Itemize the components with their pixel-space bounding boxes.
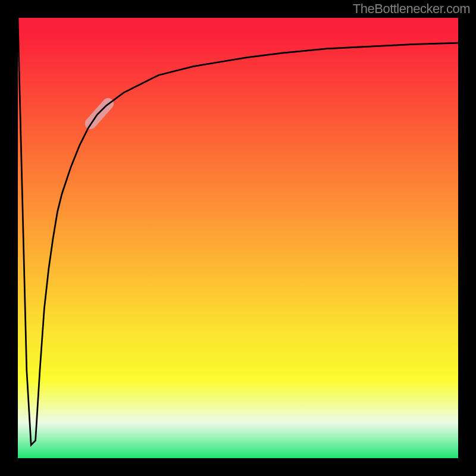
bottleneck-curve xyxy=(18,18,458,445)
source-attribution: TheBottlenecker.com xyxy=(353,1,470,17)
curve-layer xyxy=(18,18,458,458)
bottleneck-chart: TheBottlenecker.com xyxy=(0,0,476,476)
plot-area xyxy=(18,18,458,458)
